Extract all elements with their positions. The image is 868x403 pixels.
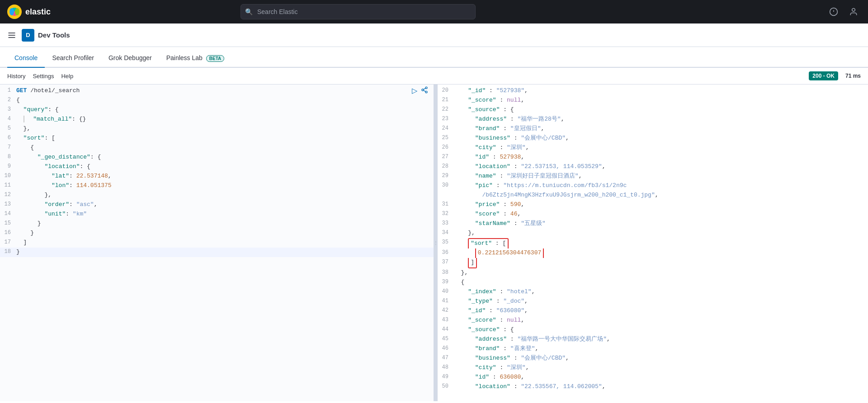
result-line: 46 "brand" : "喜来登", (438, 344, 868, 354)
editor-panel: ▷ 1 GET /hotel/_search 2 { 3 (0, 84, 434, 401)
breadcrumb: D Dev Tools (22, 29, 70, 42)
editor-line: 11 "lon": 114.051375 (0, 181, 434, 191)
editor-line: 9 "location": { (0, 162, 434, 172)
editor-line: 13 "order": "asc", (0, 200, 434, 210)
search-icon: 🔍 (245, 8, 253, 15)
tabs-bar: Console Search Profiler Grok Debugger Pa… (0, 47, 868, 68)
result-line: 34 }, (438, 229, 868, 238)
result-line: 31 "price" : 590, (438, 200, 868, 210)
result-line: 50 "location" : "22.535567, 114.062005", (438, 382, 868, 392)
copy-as-curl-button[interactable] (421, 86, 428, 95)
editor-line: 15 } (0, 219, 434, 229)
run-button[interactable]: ▷ (412, 86, 417, 95)
editor-line: 17 ] (0, 238, 434, 248)
svg-point-3 (9, 8, 14, 15)
result-line: 47 "business" : "会展中心/CBD", (438, 354, 868, 363)
editor-line: 4 "match_all": {} (0, 115, 434, 124)
result-line: /b6Ztz5jn4MngK3HzfxuU9JGsjrm_w200_h200_c… (438, 191, 868, 200)
result-line: 22 "_source" : { (438, 105, 868, 115)
editor-line: 5 }, (0, 124, 434, 134)
page-title: Dev Tools (38, 31, 70, 39)
svg-point-12 (425, 87, 427, 89)
editor-line: 6 "sort": [ (0, 134, 434, 143)
top-navigation: elastic 🔍 (0, 0, 868, 23)
user-icon[interactable] (846, 5, 861, 19)
result-line: 41 "_type" : "_doc", (438, 297, 868, 306)
editor-line: 2 { (0, 96, 434, 105)
result-line: 20 "_id" : "527938", (438, 86, 868, 96)
toolbar: History Settings Help 200 - OK 71 ms (0, 68, 868, 84)
tab-console[interactable]: Console (7, 49, 45, 68)
search-input[interactable] (241, 4, 476, 19)
editor-line: 1 GET /hotel/_search (0, 86, 434, 96)
editor-toolbar: ▷ (412, 86, 428, 95)
settings-button[interactable]: Settings (33, 73, 54, 80)
result-line: 48 "city" : "深圳", (438, 363, 868, 373)
editor-code-area[interactable]: 1 GET /hotel/_search 2 { 3 "query": { 4 … (0, 84, 434, 401)
result-line: 45 "address" : "福华路一号大中华国际交易广场", (438, 335, 868, 344)
hamburger-button[interactable] (7, 31, 16, 40)
svg-point-4 (15, 8, 19, 15)
result-line: 43 "_score" : null, (438, 316, 868, 325)
svg-point-8 (852, 9, 855, 12)
editor-line: 3 "query": { (0, 105, 434, 115)
result-line-sort: 35 "sort" : [ (438, 238, 868, 248)
result-line-sort-end: 37 ] (438, 258, 868, 268)
editor-line: 14 "unit": "km" (0, 210, 434, 219)
result-line: 33 "starName" : "五星级" (438, 219, 868, 229)
history-button[interactable]: History (7, 73, 25, 80)
result-line: 49 "id" : 636080, (438, 373, 868, 382)
panel-resizer[interactable]: ⋮ (434, 84, 438, 401)
result-line: 39 { (438, 278, 868, 287)
result-line-sort-value: 36 0.2212156304476307 (438, 248, 868, 258)
editor-line: 7 { (0, 143, 434, 153)
avatar: D (22, 29, 34, 42)
tab-grok-debugger[interactable]: Grok Debugger (101, 49, 159, 68)
result-line: 27 "id" : 527938, (438, 153, 868, 162)
svg-point-14 (425, 91, 427, 93)
result-line: 38 }, (438, 268, 868, 278)
result-line: 32 "score" : 46, (438, 210, 868, 219)
result-line: 29 "name" : "深圳好日子皇冠假日酒店", (438, 172, 868, 181)
help-button[interactable]: Help (61, 73, 73, 80)
status-badge: 200 - OK (809, 71, 838, 80)
tab-search-profiler[interactable]: Search Profiler (45, 49, 101, 68)
editor-line: 8 "_geo_distance": { (0, 153, 434, 162)
result-line: 28 "location" : "22.537153, 114.053529", (438, 162, 868, 172)
result-code-area[interactable]: 20 "_id" : "527938", 21 "_score" : null,… (438, 84, 868, 401)
logo-text: elastic (25, 7, 51, 17)
editor-line: 12 }, (0, 191, 434, 200)
result-line: 42 "_id" : "636080", (438, 306, 868, 316)
svg-point-13 (422, 89, 424, 91)
main-content: ▷ 1 GET /hotel/_search 2 { 3 (0, 84, 868, 401)
notifications-icon[interactable] (826, 5, 841, 19)
result-line: 23 "address" : "福华一路28号", (438, 115, 868, 124)
result-line: 21 "_score" : null, (438, 96, 868, 105)
editor-line: 10 "lat": 22.537148, (0, 172, 434, 181)
editor-line: 16 } (0, 229, 434, 238)
result-line: 44 "_source" : { (438, 325, 868, 335)
result-line: 25 "business" : "会展中心/CBD", (438, 134, 868, 143)
elastic-logo[interactable]: elastic (7, 5, 61, 19)
beta-badge: BETA (206, 55, 224, 62)
svg-line-15 (424, 90, 426, 92)
tab-painless-lab[interactable]: Painless Lab BETA (159, 49, 232, 68)
result-line: 26 "city" : "深圳", (438, 143, 868, 153)
svg-line-16 (424, 88, 426, 89)
result-panel: 20 "_id" : "527938", 21 "_score" : null,… (438, 84, 868, 401)
global-search-bar[interactable]: 🔍 (241, 4, 476, 19)
result-line: 24 "brand" : "皇冠假日", (438, 124, 868, 134)
result-line: 30 "pic" : "https://m.tuniucdn.com/fb3/s… (438, 181, 868, 191)
editor-line-current: 18 } (0, 248, 434, 257)
result-line: 40 "_index" : "hotel", (438, 287, 868, 297)
response-time: 71 ms (845, 73, 861, 79)
nav-right-icons (826, 5, 861, 19)
app-header: D Dev Tools (0, 23, 868, 47)
